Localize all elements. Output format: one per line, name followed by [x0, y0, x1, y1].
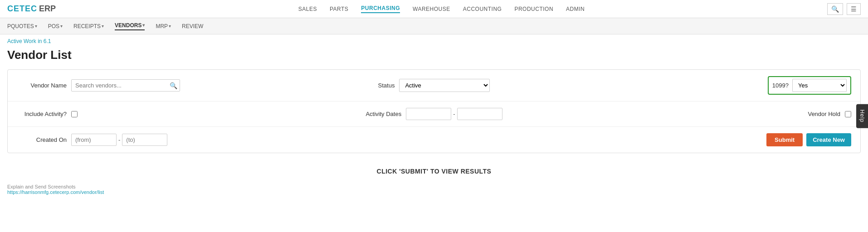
pquotes-arrow-icon: ▾ — [35, 24, 37, 29]
status-label: Status — [378, 82, 395, 89]
include-activity-section: Include Activity? — [17, 111, 291, 117]
footer-url[interactable]: https://harrisonmfg.cetecerp.com/vendor/… — [7, 189, 104, 195]
receipts-arrow-icon: ▾ — [102, 24, 104, 29]
vendor-name-section: Vendor Name 🔍 — [17, 79, 291, 92]
created-on-to[interactable] — [122, 134, 167, 146]
subnav-vendors[interactable]: VENDORS ▾ — [115, 22, 145, 30]
pos-arrow-icon: ▾ — [60, 24, 63, 29]
submit-button[interactable]: Submit — [766, 133, 803, 146]
help-tab[interactable]: Help — [856, 104, 868, 128]
activity-dates-label: Activity Dates — [366, 111, 401, 117]
nav-sales[interactable]: SALES — [298, 6, 317, 12]
nav-warehouse[interactable]: WAREHOUSE — [413, 6, 450, 12]
created-on-from[interactable] — [71, 134, 117, 146]
menu-button[interactable]: ☰ — [847, 3, 861, 15]
tenninety9-section: 1099? Yes No All — [577, 76, 851, 95]
top-nav-links: SALES PARTS PURCHASING WAREHOUSE ACCOUNT… — [298, 5, 585, 13]
filter-card: Vendor Name 🔍 Status Active Inactive All… — [7, 69, 861, 153]
tenninety9-box: 1099? Yes No All — [768, 76, 851, 95]
activity-date-sep: - — [453, 111, 455, 117]
submit-message: CLICK 'SUBMIT' TO VIEW RESULTS — [0, 160, 868, 182]
tenninety9-label: 1099? — [772, 82, 789, 89]
vendor-hold-label: Vendor Hold — [808, 111, 840, 117]
created-on-range: - — [71, 134, 167, 146]
sub-nav: PQUOTES ▾ POS ▾ RECEIPTS ▾ VENDORS ▾ MRP… — [0, 18, 868, 34]
vendor-search-icon[interactable]: 🔍 — [170, 82, 177, 89]
vendor-name-search-wrapper: 🔍 — [71, 79, 180, 92]
tenninety9-select[interactable]: Yes No All — [792, 79, 847, 92]
include-activity-checkbox[interactable] — [71, 111, 78, 117]
filter-row-2: Include Activity? Activity Dates 2021-01… — [8, 102, 860, 127]
vendor-hold-section: Vendor Hold — [577, 111, 851, 117]
filter-row-1: Vendor Name 🔍 Status Active Inactive All… — [8, 70, 860, 102]
nav-purchasing[interactable]: PURCHASING — [361, 5, 400, 13]
create-new-button[interactable]: Create New — [806, 133, 851, 146]
activity-date-from[interactable]: 2021-01-27 — [406, 108, 451, 120]
logo: CETEC ERP — [7, 4, 56, 14]
nav-admin[interactable]: ADMIN — [566, 6, 585, 12]
logo-cetec: CETEC — [7, 4, 37, 14]
created-on-section: Created On - — [17, 134, 291, 146]
subnav-pquotes[interactable]: PQUOTES ▾ — [7, 23, 37, 29]
subnav-receipts[interactable]: RECEIPTS ▾ — [73, 23, 104, 29]
vendor-hold-checkbox[interactable] — [845, 111, 851, 117]
search-button[interactable]: 🔍 — [827, 3, 843, 15]
subnav-mrp[interactable]: MRP ▾ — [156, 23, 171, 29]
footer-explain: Explain and Send Screenshots — [7, 184, 861, 189]
vendors-arrow-icon: ▾ — [142, 23, 145, 28]
vendor-name-label: Vendor Name — [17, 82, 67, 89]
status-section: Status Active Inactive All — [297, 79, 571, 92]
activity-date-to[interactable]: 2022-01-27 — [457, 108, 502, 120]
logo-erp: ERP — [39, 4, 56, 14]
action-buttons: Submit Create New — [577, 133, 851, 146]
mrp-arrow-icon: ▾ — [169, 24, 171, 29]
filter-row-3: Created On - Submit Create New — [8, 127, 860, 153]
status-select[interactable]: Active Inactive All — [399, 79, 490, 92]
activity-date-range: 2021-01-27 - 2022-01-27 — [406, 108, 502, 120]
subnav-pos[interactable]: POS ▾ — [48, 23, 63, 29]
page-title: Vendor List — [0, 46, 868, 69]
include-activity-label: Include Activity? — [17, 111, 67, 117]
subnav-review[interactable]: REVIEW — [182, 23, 203, 29]
nav-production[interactable]: PRODUCTION — [514, 6, 553, 12]
breadcrumb: Active Work in 6.1 — [0, 34, 868, 46]
nav-parts[interactable]: PARTS — [330, 6, 348, 12]
activity-dates-section: Activity Dates 2021-01-27 - 2022-01-27 — [297, 108, 571, 120]
vendor-name-input[interactable] — [71, 79, 180, 92]
top-nav-right: 🔍 ☰ — [827, 3, 861, 15]
created-on-label: Created On — [17, 136, 67, 143]
footer: Explain and Send Screenshots https://har… — [0, 182, 868, 197]
created-on-sep: - — [118, 136, 120, 143]
nav-accounting[interactable]: ACCOUNTING — [463, 6, 502, 12]
top-nav: CETEC ERP SALES PARTS PURCHASING WAREHOU… — [0, 0, 868, 18]
